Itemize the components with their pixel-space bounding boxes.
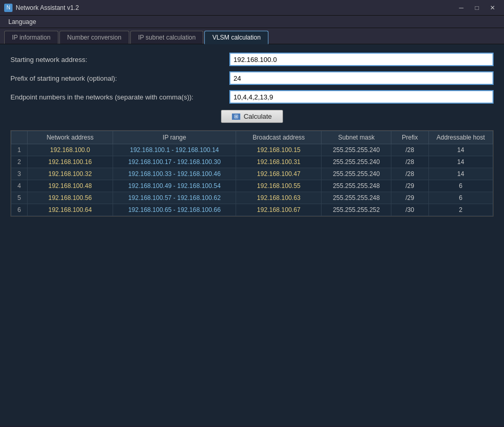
cell-prefix: /29 [391,180,428,192]
cell-broadcast: 192.168.100.67 [236,204,322,216]
cell-iprange: 192.168.100.65 - 192.168.100.66 [113,204,236,216]
table-row: 5 192.168.100.56 192.168.100.57 - 192.16… [11,192,493,204]
cell-mask: 255.255.255.248 [322,180,391,192]
table-row: 1 192.168.100.0 192.168.100.1 - 192.168.… [11,144,493,156]
cell-mask: 255.255.255.252 [322,204,391,216]
table-header: Network address IP range Broadcast addre… [11,131,493,144]
th-mask: Subnet mask [322,131,391,144]
form-section: Starting network address: Prefix of star… [10,53,494,104]
form-row-endpoints: Endpoint numbers in the networks (separa… [10,90,494,104]
cell-prefix: /29 [391,192,428,204]
cell-prefix: /28 [391,168,428,180]
tab-vlsm-calculation[interactable]: VLSM calculation [204,31,268,44]
cell-broadcast: 192.168.100.55 [236,180,322,192]
table-row: 3 192.168.100.32 192.168.100.33 - 192.16… [11,168,493,180]
cell-network: 192.168.100.0 [27,144,113,156]
cell-hosts: 14 [428,168,493,180]
menubar: Language [0,16,504,28]
th-network: Network address [27,131,113,144]
th-prefix: Prefix [391,131,428,144]
th-iprange: IP range [113,131,236,144]
cell-network: 192.168.100.16 [27,156,113,168]
cell-broadcast: 192.168.100.47 [236,168,322,180]
cell-mask: 255.255.255.240 [322,168,391,180]
form-row-prefix: Prefix of starting network (optional): [10,71,494,85]
cell-index: 2 [11,156,28,168]
endpoints-label: Endpoint numbers in the networks (separa… [10,93,229,101]
tab-number-conversion[interactable]: Number conversion [59,31,129,44]
prefix-label: Prefix of starting network (optional): [10,74,229,82]
calculate-button[interactable]: ⊞ Calculate [221,110,282,123]
app-icon-letter: N [6,5,10,10]
th-index [11,131,28,144]
cell-iprange: 192.168.100.1 - 192.168.100.14 [113,144,236,156]
cell-hosts: 14 [428,156,493,168]
cell-iprange: 192.168.100.49 - 192.168.100.54 [113,180,236,192]
app-icon: N [4,4,13,12]
window-controls: ─ □ ✕ [454,3,500,13]
form-row-network: Starting network address: [10,53,494,66]
starting-network-input[interactable] [229,53,494,66]
titlebar: N Network Assistant v1.2 ─ □ ✕ [0,0,504,16]
tab-ip-subnet-calculation[interactable]: IP subnet calculation [130,31,204,44]
titlebar-left: N Network Assistant v1.2 [4,4,79,12]
maximize-button[interactable]: □ [470,3,484,13]
cell-network: 192.168.100.56 [27,192,113,204]
cell-hosts: 6 [428,180,493,192]
cell-index: 6 [11,204,28,216]
cell-prefix: /28 [391,156,428,168]
prefix-input[interactable] [229,71,494,85]
cell-index: 1 [11,144,28,156]
table-row: 2 192.168.100.16 192.168.100.17 - 192.16… [11,156,493,168]
cell-mask: 255.255.255.240 [322,144,391,156]
tab-ip-information[interactable]: IP information [4,31,58,44]
table-header-row: Network address IP range Broadcast addre… [11,131,493,144]
cell-index: 4 [11,180,28,192]
th-broadcast: Broadcast address [236,131,322,144]
calculate-icon: ⊞ [232,114,240,120]
cell-mask: 255.255.255.248 [322,192,391,204]
table-row: 6 192.168.100.64 192.168.100.65 - 192.16… [11,204,493,216]
cell-network: 192.168.100.32 [27,168,113,180]
starting-network-label: Starting network address: [10,56,229,64]
cell-iprange: 192.168.100.33 - 192.168.100.46 [113,168,236,180]
cell-prefix: /28 [391,144,428,156]
app-title: Network Assistant v1.2 [16,4,79,11]
minimize-button[interactable]: ─ [454,3,469,13]
cell-broadcast: 192.168.100.63 [236,192,322,204]
tabbar: IP information Number conversion IP subn… [0,28,504,44]
calculate-button-container: ⊞ Calculate [10,110,494,123]
results-table: Network address IP range Broadcast addre… [11,131,493,216]
table-body: 1 192.168.100.0 192.168.100.1 - 192.168.… [11,144,493,216]
cell-iprange: 192.168.100.17 - 192.168.100.30 [113,156,236,168]
results-table-container: Network address IP range Broadcast addre… [10,130,494,217]
endpoints-input[interactable] [229,90,494,104]
cell-mask: 255.255.255.240 [322,156,391,168]
close-button[interactable]: ✕ [485,3,500,13]
cell-prefix: /30 [391,204,428,216]
cell-hosts: 2 [428,204,493,216]
cell-network: 192.168.100.64 [27,204,113,216]
cell-iprange: 192.168.100.57 - 192.168.100.62 [113,192,236,204]
cell-index: 3 [11,168,28,180]
th-hosts: Addressable host [428,131,493,144]
cell-index: 5 [11,192,28,204]
main-content: Starting network address: Prefix of star… [0,44,504,426]
cell-broadcast: 192.168.100.31 [236,156,322,168]
cell-hosts: 6 [428,192,493,204]
cell-network: 192.168.100.48 [27,180,113,192]
calculate-label: Calculate [243,112,272,120]
table-row: 4 192.168.100.48 192.168.100.49 - 192.16… [11,180,493,192]
cell-broadcast: 192.168.100.15 [236,144,322,156]
menubar-language[interactable]: Language [3,16,41,28]
cell-hosts: 14 [428,144,493,156]
